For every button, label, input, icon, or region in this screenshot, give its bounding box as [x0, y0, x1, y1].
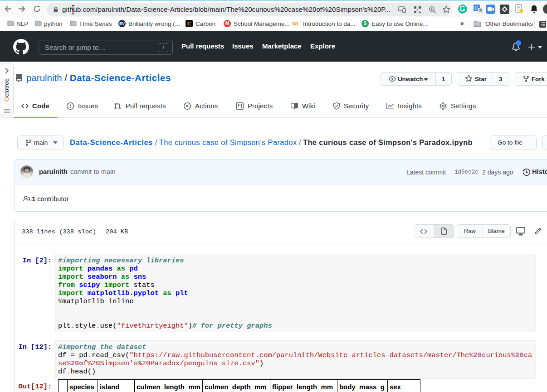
svg-text:G: G [475, 5, 479, 10]
